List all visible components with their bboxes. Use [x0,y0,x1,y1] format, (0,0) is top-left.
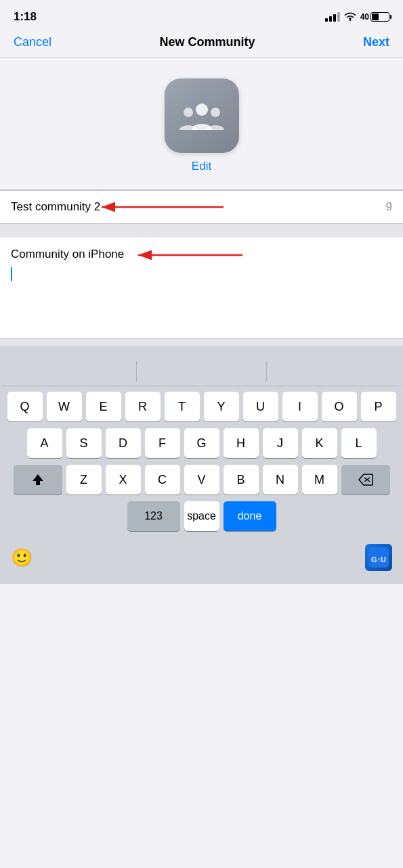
key-D[interactable]: D [106,428,141,458]
next-button[interactable]: Next [363,35,389,49]
key-L[interactable]: L [341,428,377,458]
keyboard-row-3: Z X C V B N M [2,465,401,495]
key-J[interactable]: J [263,428,298,458]
suggestion-3[interactable] [267,366,396,377]
key-Q[interactable]: Q [7,392,43,421]
suggestions-bar [2,357,401,386]
watermark-logo: G↑U [365,544,392,571]
description-label: Community on iPhone [11,247,392,263]
key-K[interactable]: K [302,428,337,458]
done-key[interactable]: done [224,501,276,531]
name-input-section: 9 [0,190,403,224]
name-input-row: 9 [0,191,403,223]
key-F[interactable]: F [145,428,180,458]
key-G[interactable]: G [184,428,219,458]
svg-point-1 [196,104,208,116]
key-H[interactable]: H [224,428,259,458]
nav-title: New Community [160,35,255,49]
backspace-key[interactable] [341,465,390,495]
key-O[interactable]: O [322,392,357,421]
watermark: G↑U [365,544,392,571]
key-M[interactable]: M [302,465,337,495]
status-icons: 40 [325,12,389,22]
emoji-button[interactable]: 🙂 [11,547,33,568]
suggestion-2[interactable] [137,366,266,377]
space-key[interactable]: space [184,501,219,531]
char-count: 9 [386,200,392,214]
svg-text:G↑U: G↑U [371,555,386,564]
keyboard-row-1: Q W E R T Y U I O P [2,392,401,421]
description-cursor [11,267,392,283]
key-P[interactable]: P [361,392,396,421]
shift-icon [31,473,45,486]
red-arrow-2 [134,247,249,263]
keyboard: Q W E R T Y U I O P A S D F G H J K L Z … [0,351,403,541]
section-separator [0,224,403,231]
key-E[interactable]: E [86,392,121,421]
status-bar: 1:18 40 [0,0,403,30]
shift-key[interactable] [14,465,62,495]
key-T[interactable]: T [165,392,200,421]
key-B[interactable]: B [224,465,259,495]
keyboard-row-2: A S D F G H J K L [2,428,401,458]
status-time: 1:18 [14,10,37,24]
svg-point-2 [184,108,193,117]
red-arrow-1 [95,197,230,217]
backspace-icon [358,474,373,486]
battery-icon: 40 [360,12,389,22]
key-U[interactable]: U [243,392,278,421]
wifi-icon [344,12,356,22]
nav-bar: Cancel New Community Next [0,30,403,58]
numbers-key[interactable]: 123 [127,501,180,531]
key-V[interactable]: V [184,465,219,495]
keyboard-top-bar [0,346,403,351]
svg-marker-8 [33,474,43,485]
description-section: Community on iPhone [0,231,403,339]
suggestion-1[interactable] [7,366,136,377]
key-W[interactable]: W [47,392,82,421]
bottom-bar: 🙂 G↑U [0,541,403,584]
avatar[interactable] [165,78,239,153]
svg-point-0 [349,20,350,21]
avatar-section: Edit [0,58,403,190]
description-placeholder: Community on iPhone [11,248,124,260]
key-N[interactable]: N [263,465,298,495]
key-C[interactable]: C [145,465,180,495]
signal-icon [325,12,340,22]
keyboard-separator [0,339,403,346]
edit-avatar-button[interactable]: Edit [192,160,211,173]
keyboard-row-4: 123 space done [2,501,401,531]
key-I[interactable]: I [282,392,318,421]
key-X[interactable]: X [106,465,141,495]
community-icon [178,96,226,135]
key-Y[interactable]: Y [204,392,239,421]
key-S[interactable]: S [66,428,102,458]
svg-point-3 [211,108,220,117]
key-A[interactable]: A [27,428,62,458]
key-R[interactable]: R [125,392,161,421]
key-Z[interactable]: Z [66,465,102,495]
cancel-button[interactable]: Cancel [14,35,51,49]
